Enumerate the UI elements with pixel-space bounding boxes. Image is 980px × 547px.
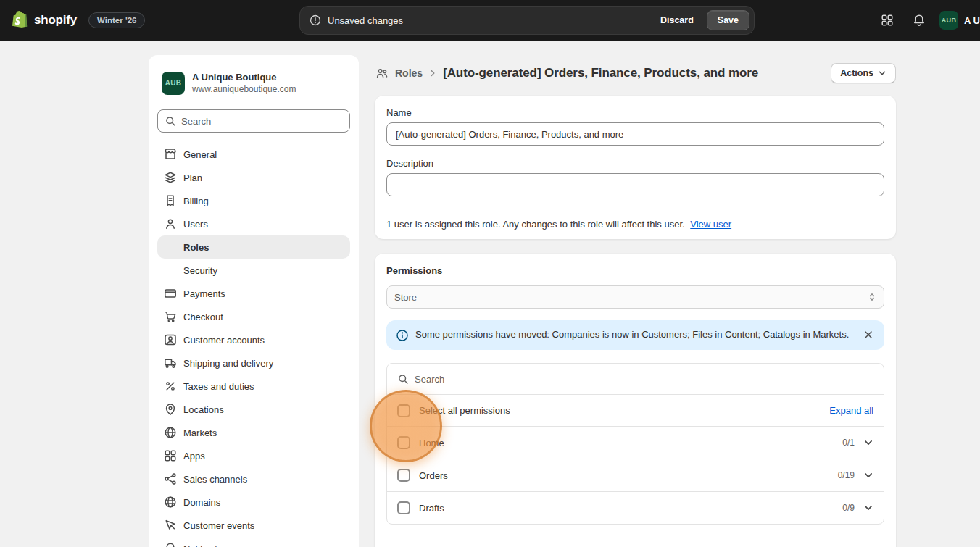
search-icon xyxy=(165,115,176,127)
notifications-icon[interactable] xyxy=(908,9,931,32)
payments-icon xyxy=(163,286,178,301)
unsaved-changes-icon xyxy=(309,14,322,27)
permissions-search[interactable] xyxy=(387,364,884,394)
chevron-right-icon xyxy=(428,69,437,78)
apps-icon[interactable] xyxy=(876,9,899,32)
actions-button-label: Actions xyxy=(840,68,873,78)
users-icon xyxy=(163,217,178,231)
sidebar-item-markets[interactable]: Markets xyxy=(157,421,350,444)
settings-nav: General Plan Billing Us xyxy=(157,143,350,547)
search-input[interactable] xyxy=(181,116,343,127)
banner-text: Some permissions have moved: Companies i… xyxy=(415,327,855,343)
apps-icon xyxy=(163,448,178,463)
name-field: Name xyxy=(386,107,884,146)
sidebar-item-security[interactable]: Security xyxy=(157,259,350,282)
customer-events-icon xyxy=(163,518,178,533)
select-updown-icon xyxy=(868,293,876,301)
sidebar-item-shipping[interactable]: Shipping and delivery xyxy=(157,351,350,375)
shipping-icon xyxy=(163,356,178,370)
permissions-card: Permissions Store Some permissions have … xyxy=(375,254,896,547)
chevron-down-icon[interactable] xyxy=(863,503,873,513)
sidebar-item-customer-accounts[interactable]: Customer accounts xyxy=(157,328,350,351)
divider xyxy=(375,209,896,209)
sidebar-item-label: Users xyxy=(183,219,208,230)
chevron-down-icon[interactable] xyxy=(863,438,873,448)
taxes-icon xyxy=(163,379,178,393)
shopify-wordmark: shopify xyxy=(34,13,77,28)
sidebar-item-label: Customer accounts xyxy=(183,335,265,346)
sidebar-item-sales-channels[interactable]: Sales channels xyxy=(157,467,350,490)
orders-checkbox[interactable] xyxy=(397,469,410,482)
contextual-save-bar: Unsaved changes Discard Save xyxy=(299,6,755,35)
group-label: Home xyxy=(419,438,444,448)
sidebar-item-users[interactable]: Users xyxy=(157,212,350,235)
sidebar-search[interactable] xyxy=(157,109,350,133)
markets-icon xyxy=(163,425,178,440)
scope-select-value: Store xyxy=(394,292,417,303)
sidebar-item-locations[interactable]: Locations xyxy=(157,398,350,421)
sidebar-item-label: Plan xyxy=(183,172,202,183)
sidebar-item-label: Shipping and delivery xyxy=(183,358,273,369)
group-count: 0/9 xyxy=(842,503,855,513)
save-button[interactable]: Save xyxy=(707,10,749,30)
sidebar-item-domains[interactable]: Domains xyxy=(157,490,350,514)
sidebar-item-label: Taxes and duties xyxy=(183,381,254,392)
sales-channels-icon xyxy=(163,472,178,486)
store-avatar: AUB xyxy=(162,72,185,95)
sidebar-item-taxes[interactable]: Taxes and duties xyxy=(157,375,350,398)
domains-icon xyxy=(163,495,178,509)
group-count: 0/19 xyxy=(838,470,855,480)
permission-group-orders[interactable]: Orders 0/19 xyxy=(387,459,884,491)
sidebar-item-general[interactable]: General xyxy=(157,143,350,166)
breadcrumb-roles-link[interactable]: Roles xyxy=(395,67,423,79)
store-icon xyxy=(163,147,178,162)
sidebar-item-payments[interactable]: Payments xyxy=(157,282,350,305)
close-icon[interactable] xyxy=(861,327,876,342)
shopify-bag-icon xyxy=(12,11,28,30)
sidebar-item-apps[interactable]: Apps xyxy=(157,444,350,467)
group-label: Drafts xyxy=(419,503,444,514)
plan-icon xyxy=(163,170,178,185)
actions-button[interactable]: Actions xyxy=(831,63,896,83)
sidebar-item-plan[interactable]: Plan xyxy=(157,166,350,189)
search-icon xyxy=(397,373,409,385)
permission-group-home[interactable]: Home 0/1 xyxy=(387,426,884,459)
permissions-scope-select[interactable]: Store xyxy=(386,285,884,309)
sidebar-item-label: Roles xyxy=(183,242,209,253)
sidebar-item-checkout[interactable]: Checkout xyxy=(157,305,350,328)
assignment-text: 1 user is assigned this role. Any change… xyxy=(386,219,685,230)
role-details-card: Name Description 1 user is assigned this… xyxy=(375,96,896,239)
chevron-down-icon[interactable] xyxy=(863,470,873,480)
sidebar-item-billing[interactable]: Billing xyxy=(157,189,350,212)
sidebar-item-label: Sales channels xyxy=(183,474,247,485)
expand-all-link[interactable]: Expand all xyxy=(829,405,873,416)
shopify-logo[interactable]: shopify Winter '26 xyxy=(12,0,145,41)
store-header: AUB A Unique Boutique www.auniqueboutiqu… xyxy=(157,65,350,109)
account-menu[interactable]: AUB A U xyxy=(939,11,980,30)
select-all-checkbox[interactable] xyxy=(397,404,410,417)
sidebar-item-roles[interactable]: Roles xyxy=(157,235,350,259)
info-icon xyxy=(395,328,410,343)
view-user-link[interactable]: View user xyxy=(690,219,731,230)
locations-icon xyxy=(163,402,178,417)
sidebar-item-label: Markets xyxy=(183,427,217,438)
edition-badge[interactable]: Winter '26 xyxy=(88,12,145,28)
sidebar-item-notifications[interactable]: Notifications xyxy=(157,537,350,547)
assignment-note: 1 user is assigned this role. Any change… xyxy=(386,219,884,230)
breadcrumb: Roles [Auto-generated] Orders, Finance, … xyxy=(375,62,896,84)
select-all-label: Select all permissions xyxy=(419,405,510,416)
billing-icon xyxy=(163,193,178,208)
store-name: A Unique Boutique xyxy=(192,71,296,83)
account-avatar: AUB xyxy=(939,11,958,30)
sidebar-item-customer-events[interactable]: Customer events xyxy=(157,514,350,537)
permissions-search-input[interactable] xyxy=(415,374,873,385)
name-input[interactable] xyxy=(386,122,884,146)
page-title: [Auto-generated] Orders, Finance, Produc… xyxy=(443,66,758,80)
discard-button[interactable]: Discard xyxy=(653,11,701,30)
home-checkbox[interactable] xyxy=(397,436,410,449)
permission-group-drafts[interactable]: Drafts 0/9 xyxy=(387,491,884,524)
unsaved-changes-status: Unsaved changes xyxy=(328,15,403,26)
chevron-down-icon xyxy=(878,69,886,78)
drafts-checkbox[interactable] xyxy=(397,501,410,514)
description-input[interactable] xyxy=(386,173,884,196)
